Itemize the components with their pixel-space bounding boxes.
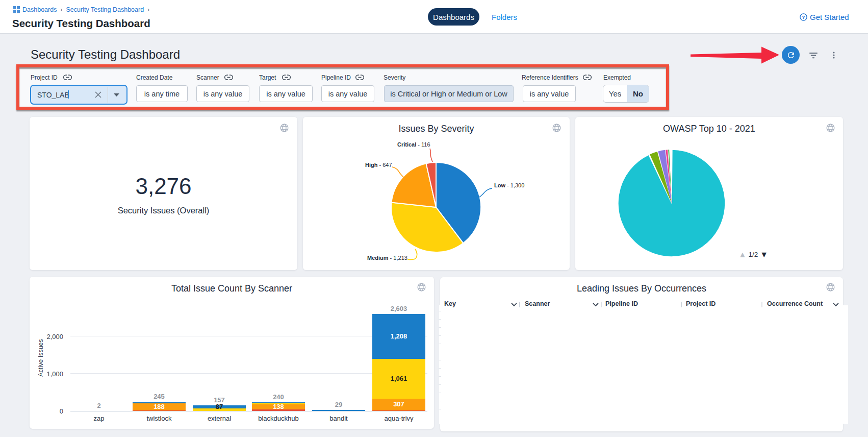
svg-text:?: ? [802,14,805,20]
